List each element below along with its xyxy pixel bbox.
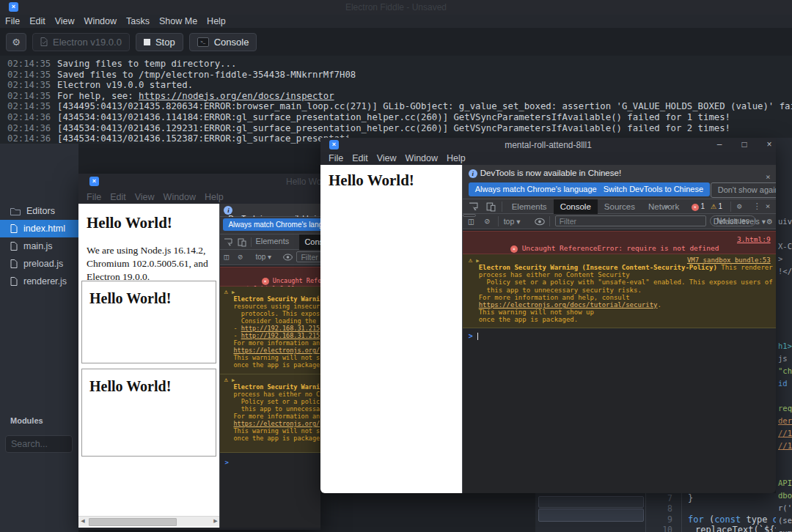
gear-icon[interactable]: ⚙	[737, 202, 742, 211]
mosaic-bar[interactable]	[538, 496, 644, 508]
kebab-menu-icon[interactable]: ⋮	[753, 202, 761, 211]
context-selector[interactable]: top ▾	[504, 217, 521, 226]
context-selector[interactable]: top ▾	[255, 253, 271, 261]
log-row: 02:14:35For help, see: https://nodejs.or…	[0, 91, 792, 102]
error-source-link[interactable]: 3.html:9	[737, 234, 771, 244]
stop-button[interactable]: Stop	[136, 33, 183, 51]
expand-icon[interactable]: ▶	[232, 289, 235, 295]
editor-bottom-panel: 78910 } for (const type of ['ch replaceT…	[535, 493, 776, 532]
fiddle-console-log: 02:14:35Saving files to temp directory..…	[0, 56, 792, 144]
log-timestamp: 02:14:35	[0, 91, 57, 102]
clear-console-icon[interactable]: ⊘	[238, 252, 243, 262]
clear-console-icon[interactable]: ⊘	[485, 216, 490, 226]
menu-item[interactable]: View	[377, 153, 397, 163]
log-row: 02:14:36[434534:0413/021436.129231:ERROR…	[0, 123, 792, 134]
horizontal-scrollbar[interactable]: ◀ ▶	[78, 516, 219, 526]
settings-button[interactable]: ⚙	[6, 33, 26, 51]
close-icon[interactable]: ×	[766, 202, 771, 211]
menu-item[interactable]: File	[5, 16, 20, 26]
devtools-tab[interactable]: Sources	[598, 199, 642, 214]
console-filter-input[interactable]	[555, 215, 706, 226]
devtools-tab[interactable]: Elements	[505, 199, 554, 214]
scrollbar-thumb[interactable]	[89, 518, 177, 526]
menu-item[interactable]: Help	[205, 192, 224, 202]
sidebar-file-item[interactable]: index.html	[0, 220, 78, 237]
expand-icon[interactable]: ▶	[232, 377, 235, 383]
log-link[interactable]: https://nodejs.org/en/docs/inspector	[139, 91, 334, 101]
window-titlebar[interactable]: × Hello World!	[78, 174, 320, 190]
sidebar-file-item[interactable]: main.js	[0, 237, 78, 255]
close-icon[interactable]: ×	[766, 172, 771, 182]
log-timestamp: 02:14:35	[0, 80, 57, 91]
eye-icon[interactable]	[283, 254, 293, 261]
tab-console[interactable]: Console	[299, 234, 320, 250]
menu-item[interactable]: Edit	[110, 192, 126, 202]
match-language-button[interactable]: Always match Chrome's language	[223, 218, 320, 231]
device-toolbar-icon[interactable]	[238, 238, 246, 247]
mental-roll-attend-window: × mental-roll-attend-8lll1 – □ × FileEdi…	[320, 138, 776, 493]
menu-item[interactable]: Edit	[29, 16, 45, 26]
minimize-icon[interactable]: –	[713, 139, 726, 149]
devtools-tab[interactable]: Console	[554, 199, 598, 214]
menu-item[interactable]: Help	[447, 153, 466, 163]
mosaic-bar[interactable]	[538, 509, 644, 522]
close-icon[interactable]: ×	[763, 139, 776, 149]
more-tabs-icon[interactable]: »	[664, 202, 670, 211]
console-prompt[interactable]: >	[469, 332, 478, 340]
editor-code[interactable]: } for (const type of ['ch replaceText(`$…	[688, 493, 776, 532]
scroll-right-icon[interactable]: ▶	[211, 517, 219, 526]
devtools-panel: i DevTools is now available in Chinese! …	[462, 165, 776, 493]
match-language-button[interactable]: Always match Chrome's language	[469, 182, 604, 196]
screen: × Electron Fiddle - Unsaved FileEditView…	[0, 0, 792, 532]
switch-to-chinese-button[interactable]: Switch DevTools to Chinese	[597, 182, 710, 196]
sidebar-file-item[interactable]: renderer.js	[0, 273, 78, 290]
gear-icon[interactable]: ⚙	[766, 216, 771, 226]
electron-fiddle-logo-icon: ×	[89, 177, 99, 186]
window-menubar: FileEditViewWindowHelp	[320, 152, 776, 165]
scroll-left-icon[interactable]: ◀	[78, 517, 87, 526]
console-prompt[interactable]: >	[224, 459, 228, 466]
console-filter-input[interactable]	[296, 251, 320, 262]
electron-version-button[interactable]: Electron v19.0.0	[32, 33, 130, 51]
console-sidebar-icon[interactable]: ◫	[224, 252, 229, 262]
sidebar-editors-header[interactable]: Editors	[0, 202, 78, 220]
menu-item[interactable]: Help	[207, 16, 226, 26]
warning-source-link[interactable]: VM7_sandbox_bundle:53	[687, 256, 771, 264]
eye-icon[interactable]	[535, 218, 545, 226]
menu-item[interactable]: Window	[84, 16, 117, 26]
menu-item[interactable]: File	[87, 192, 101, 202]
menu-item[interactable]: View	[135, 192, 155, 202]
tab-elements[interactable]: Elements	[255, 237, 289, 245]
device-toolbar-icon[interactable]	[486, 202, 496, 212]
expand-icon[interactable]: ▶	[476, 258, 479, 264]
menu-item[interactable]: Edit	[352, 153, 368, 163]
console-warning: ⚠ ▶ Electron Security Warniprocess has e…	[220, 374, 320, 453]
page-heading: Hello World!	[87, 214, 219, 232]
fiddle-menubar: FileEditViewWindowTasksShow MeHelp	[0, 15, 792, 28]
menu-item[interactable]: Window	[164, 192, 196, 202]
inspect-icon[interactable]	[469, 202, 478, 212]
menu-item[interactable]: Show Me	[159, 16, 197, 26]
window-titlebar[interactable]: × mental-roll-attend-8lll1 – □ ×	[320, 138, 776, 152]
modules-search-input[interactable]	[5, 435, 73, 453]
console-error: × Uncaught ReferenceError: require is no…	[463, 231, 776, 254]
window-title: mental-roll-attend-8lll1	[320, 140, 776, 150]
menu-item[interactable]: View	[55, 16, 75, 26]
no-issues-button[interactable]: No Issues	[710, 215, 755, 226]
page-paragraph: We are using Node.js 16.14.2, Chromium 1…	[87, 244, 213, 284]
menu-item[interactable]: Window	[406, 153, 438, 163]
menu-item[interactable]: Tasks	[126, 16, 150, 26]
dont-show-again-button[interactable]: Don't show again	[711, 182, 776, 198]
sidebar-modules-header: Modules	[10, 416, 43, 425]
maximize-icon[interactable]: □	[738, 139, 751, 149]
error-count-badge[interactable]: × 1	[692, 202, 705, 211]
console-warning: ⚠ ▶VM7_sandbox_bundle:53 Electron Securi…	[463, 254, 776, 328]
console-sidebar-icon[interactable]: ◫	[469, 216, 474, 226]
sidebar-file-item[interactable]: preload.js	[0, 255, 78, 273]
file-icon	[10, 259, 18, 268]
inspect-icon[interactable]	[224, 238, 232, 247]
console-button[interactable]: >_ Console	[189, 33, 257, 51]
devtools-language-bar: Always match Chrome's language	[220, 217, 320, 234]
warning-count-badge[interactable]: ⚠ 1	[711, 202, 722, 210]
menu-item[interactable]: File	[329, 153, 343, 163]
